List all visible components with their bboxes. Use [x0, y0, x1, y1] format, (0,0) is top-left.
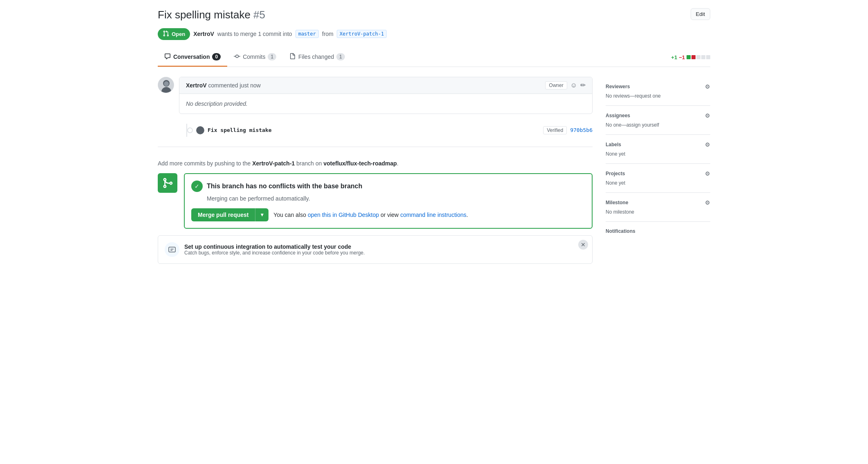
open-badge: Open [158, 28, 190, 40]
merge-dropdown-button[interactable]: ▼ [255, 208, 268, 221]
cli-link[interactable]: command line instructions [400, 212, 466, 218]
commit-sha[interactable]: 970b5b6 [570, 127, 593, 133]
commit-line: Fix spelling mistake Verified 970b5b6 [179, 120, 593, 140]
ci-description: Catch bugs, enforce style, and increase … [184, 250, 586, 256]
sidebar-assignees: Assignees ⚙ No one—assign yourself [606, 106, 710, 135]
projects-gear-icon[interactable]: ⚙ [705, 170, 710, 177]
edit-comment-button[interactable]: ✏ [580, 81, 586, 89]
tab-files-changed-label: Files changed [298, 54, 334, 60]
sidebar-reviewers: Reviewers ⚙ No reviews—request one [606, 77, 710, 106]
merge-title: This branch has no conflicts with the ba… [207, 183, 362, 190]
files-changed-icon [289, 53, 296, 61]
merge-pull-request-button[interactable]: Merge pull request [191, 208, 255, 221]
tab-commits-badge: 1 [268, 53, 276, 60]
ci-box: Set up continuous integration to automat… [158, 235, 593, 264]
comment-body-text: No description provided. [186, 100, 586, 107]
sidebar-notifications: Notifications [606, 222, 710, 244]
sidebar-assignees-empty: No one—assign yourself [606, 122, 710, 128]
diff-plus: +1 [671, 54, 677, 60]
push-info-middle: branch on [296, 160, 322, 167]
merge-section: ✓ This branch has no conflicts with the … [158, 173, 593, 229]
diff-bar-4 [701, 55, 705, 59]
comment-box: XertroV commented just now Owner ☺ ✏ No … [179, 77, 593, 114]
sidebar-labels-title: Labels [606, 142, 621, 147]
sidebar-assignees-header: Assignees ⚙ [606, 112, 710, 119]
push-info-suffix: . [397, 160, 398, 167]
tab-commits-label: Commits [243, 54, 265, 60]
sidebar-milestone-header: Milestone ⚙ [606, 199, 710, 206]
pr-title-text: Fix spelling mistake [158, 9, 251, 21]
sidebar-notifications-header: Notifications [606, 228, 710, 234]
add-emoji-button[interactable]: ☺ [570, 82, 577, 89]
status-badge-text: Open [172, 31, 185, 37]
tab-files-changed[interactable]: Files changed 1 [283, 48, 351, 67]
commit-avatar [196, 126, 204, 134]
sidebar-assignees-title: Assignees [606, 113, 630, 118]
diff-stats: +1 −1 [671, 54, 710, 60]
verified-badge: Verified [543, 126, 567, 134]
push-info-prefix: Add more commits by pushing to the [158, 160, 251, 167]
pr-header: Fix spelling mistake #5 Edit [158, 8, 710, 22]
labels-gear-icon[interactable]: ⚙ [705, 141, 710, 148]
diff-bar-3 [696, 55, 700, 59]
tab-conversation-badge: 0 [212, 53, 221, 60]
assignees-gear-icon[interactable]: ⚙ [705, 112, 710, 119]
sidebar-reviewers-header: Reviewers ⚙ [606, 83, 710, 90]
comment-header: XertroV commented just now Owner ☺ ✏ [179, 77, 592, 94]
diff-minus: −1 [679, 54, 685, 60]
merge-status: ✓ This branch has no conflicts with the … [191, 181, 585, 192]
tab-conversation[interactable]: Conversation 0 [158, 48, 227, 67]
svg-point-3 [164, 81, 169, 86]
commit-dot [187, 127, 193, 133]
sidebar-labels-empty: None yet [606, 151, 710, 157]
sidebar-reviewers-empty: No reviews—request one [606, 93, 710, 99]
sidebar: Reviewers ⚙ No reviews—request one Assig… [606, 77, 710, 264]
conversation-icon [164, 53, 171, 61]
ci-icon [165, 242, 179, 257]
sidebar-milestone: Milestone ⚙ No milestone [606, 193, 710, 222]
ci-title: Set up continuous integration to automat… [184, 243, 586, 250]
tab-commits[interactable]: Commits 1 [227, 48, 283, 67]
github-desktop-link[interactable]: open this in GitHub Desktop [308, 212, 379, 218]
diff-bars [687, 55, 710, 59]
sidebar-projects: Projects ⚙ None yet [606, 164, 710, 193]
push-branch: XertroV-patch-1 [252, 160, 295, 167]
milestone-gear-icon[interactable]: ⚙ [705, 199, 710, 206]
comment-meta-text: commented just now [208, 82, 260, 89]
commit-message: Fix spelling mistake [208, 127, 272, 133]
comment-container: XertroV commented just now Owner ☺ ✏ No … [158, 77, 593, 114]
head-branch-tag: XertroV-patch-1 [337, 30, 387, 38]
reviewers-gear-icon[interactable]: ⚙ [705, 83, 710, 90]
tabs-bar: Conversation 0 Commits 1 Files changed 1… [158, 48, 710, 67]
base-branch-tag: master [295, 30, 319, 38]
sidebar-labels-header: Labels ⚙ [606, 141, 710, 148]
pr-status-line: Open XertroV wants to merge 1 commit int… [158, 28, 710, 40]
svg-rect-6 [170, 249, 174, 250]
edit-button[interactable]: Edit [691, 8, 710, 20]
merge-subtitle: Merging can be performed automatically. [207, 195, 585, 202]
sidebar-milestone-title: Milestone [606, 200, 628, 205]
diff-bar-2 [691, 55, 696, 59]
svg-rect-5 [169, 247, 175, 252]
status-author: XertroV [193, 31, 214, 37]
sidebar-milestone-empty: No milestone [606, 209, 710, 215]
ci-close-button[interactable]: ✕ [578, 240, 588, 250]
timeline-divider [158, 147, 593, 147]
merge-icon-container [158, 173, 177, 193]
commits-icon [234, 53, 240, 61]
tab-conversation-label: Conversation [173, 54, 210, 60]
tab-files-changed-badge: 1 [336, 53, 345, 60]
svg-rect-7 [170, 250, 172, 251]
merge-actions: Merge pull request ▼ You can also open t… [191, 208, 585, 221]
push-repo: voteflux/flux-tech-roadmap [323, 160, 397, 167]
comment-author-meta: XertroV commented just now [186, 82, 261, 89]
diff-bar-1 [687, 55, 691, 59]
main-layout: XertroV commented just now Owner ☺ ✏ No … [158, 77, 710, 264]
sidebar-projects-title: Projects [606, 171, 625, 176]
sidebar-projects-empty: None yet [606, 180, 710, 186]
status-from: from [322, 31, 333, 37]
sidebar-labels: Labels ⚙ None yet [606, 135, 710, 164]
git-pull-request-icon [163, 30, 169, 38]
comment-header-actions: Owner ☺ ✏ [545, 81, 586, 89]
owner-badge: Owner [545, 81, 567, 89]
